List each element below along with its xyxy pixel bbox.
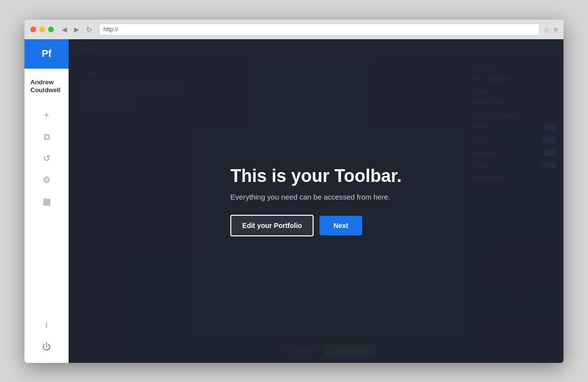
power-icon[interactable]: ⏻ bbox=[41, 341, 52, 353]
refresh-button[interactable]: ↻ bbox=[84, 25, 94, 34]
info-icon[interactable]: i bbox=[41, 320, 52, 331]
layout-icon[interactable]: ▦ bbox=[41, 196, 52, 207]
browser-nav: ◀ ▶ ↻ bbox=[60, 25, 94, 34]
tooltip-subtitle: Everything you need can be accessed from… bbox=[230, 193, 401, 201]
layers-icon[interactable]: ⧉ bbox=[41, 131, 52, 143]
app-container: Pf Andrew Couldwell + ⧉ ↺ ⚙ ▦ i ⏻ bbox=[24, 39, 564, 363]
settings-icon[interactable]: ⚙ bbox=[41, 174, 52, 186]
tooltip-popup: This is your Toolbar. Everything you nee… bbox=[201, 146, 431, 255]
browser-titlebar: ◀ ▶ ↻ http:// ☆ ≡ bbox=[24, 20, 564, 39]
sidebar-icons: + ⧉ ↺ ⚙ ▦ bbox=[41, 109, 52, 319]
browser-dots bbox=[30, 26, 54, 32]
user-name-line1: Andrew bbox=[30, 78, 63, 87]
maximize-dot[interactable] bbox=[48, 26, 54, 32]
edit-portfolio-button[interactable]: Edit your Portfolio bbox=[230, 215, 314, 236]
star-icon[interactable]: ☆ bbox=[543, 25, 550, 33]
browser-window: ◀ ▶ ↻ http:// ☆ ≡ Pf Andrew Couldwell + … bbox=[24, 20, 564, 363]
forward-button[interactable]: ▶ bbox=[72, 25, 81, 34]
add-icon[interactable]: + bbox=[41, 109, 52, 121]
url-text: http:// bbox=[103, 26, 118, 33]
tooltip-buttons: Edit your Portfolio Next bbox=[230, 215, 401, 236]
history-icon[interactable]: ↺ bbox=[41, 153, 52, 164]
minimize-dot[interactable] bbox=[39, 26, 45, 32]
main-content: Toolbar PROJECTS VISIBILITY Page Backgro… bbox=[69, 39, 564, 363]
sidebar: Pf Andrew Couldwell + ⧉ ↺ ⚙ ▦ i ⏻ bbox=[24, 39, 69, 363]
sidebar-user: Andrew Couldwell bbox=[24, 74, 69, 100]
next-button[interactable]: Next bbox=[319, 216, 362, 235]
user-name-line2: Couldwell bbox=[30, 86, 63, 95]
tooltip-overlay: This is your Toolbar. Everything you nee… bbox=[69, 39, 564, 363]
menu-icon[interactable]: ≡ bbox=[554, 25, 558, 33]
tooltip-title: This is your Toolbar. bbox=[230, 165, 401, 186]
close-dot[interactable] bbox=[30, 26, 36, 32]
sidebar-bottom-icons: i ⏻ bbox=[41, 320, 52, 353]
app-logo: Pf bbox=[24, 39, 69, 69]
address-bar[interactable]: http:// bbox=[99, 24, 539, 35]
logo-text: Pf bbox=[42, 48, 51, 59]
back-button[interactable]: ◀ bbox=[60, 25, 69, 34]
